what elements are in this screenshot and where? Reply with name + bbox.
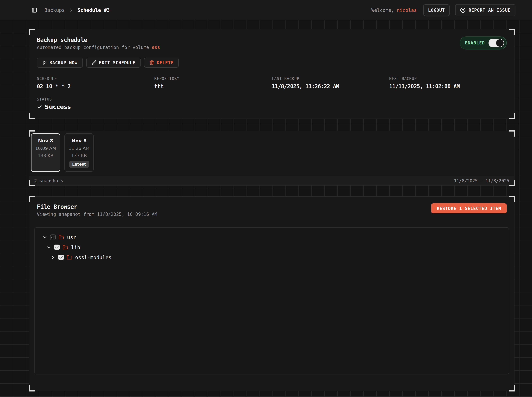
file-browser-title: File Browser <box>37 203 157 210</box>
field-label: SCHEDULE <box>37 76 154 81</box>
backup-schedule-card: Backup schedule Automated backup configu… <box>29 29 514 119</box>
subtitle-prefix: Automated backup configuration for volum… <box>37 45 152 50</box>
topbar: Backups Schedule #3 Welcome, nicolas LOG… <box>0 0 532 20</box>
corner-bracket <box>509 196 515 202</box>
field-label: LAST BACKUP <box>272 76 389 81</box>
field-next-backup: NEXT BACKUP 11/11/2025, 11:02:00 AM <box>389 76 507 90</box>
latest-badge: Latest <box>69 161 89 168</box>
delete-label: DELETE <box>157 60 174 65</box>
chevron-down-icon[interactable] <box>46 245 51 250</box>
folder-open-icon <box>63 245 68 250</box>
welcome-prefix: Welcome, <box>371 7 394 13</box>
logout-button[interactable]: LOGOUT <box>423 4 450 16</box>
field-value: 02 10 * * 2 <box>37 83 154 90</box>
snapshot-size: 133 KB <box>38 153 53 158</box>
enabled-toggle[interactable]: ENABLED <box>460 37 507 50</box>
tree-row-lib[interactable]: lib <box>39 242 504 252</box>
grid-background: Backup schedule Automated backup configu… <box>0 20 532 397</box>
checkbox-checked[interactable] <box>50 235 56 240</box>
toggle-switch[interactable] <box>488 39 504 47</box>
enabled-label: ENABLED <box>465 41 485 45</box>
welcome-text: Welcome, nicolas <box>371 7 417 13</box>
corner-bracket <box>29 130 35 136</box>
username: nicolas <box>397 7 417 13</box>
corner-bracket <box>29 29 35 35</box>
field-repository: REPOSITORY ttt <box>154 76 272 90</box>
check-icon <box>37 104 42 110</box>
delete-button[interactable]: DELETE <box>144 58 179 68</box>
breadcrumb-current: Schedule #3 <box>77 7 110 13</box>
corner-bracket <box>29 196 35 202</box>
checkbox-checked[interactable] <box>54 245 60 250</box>
snapshot-time: 10:09 AM <box>35 146 56 151</box>
snapshot-date: Nov 8 <box>71 138 87 143</box>
file-tree-panel: usr lib <box>34 227 509 374</box>
corner-bracket <box>509 113 515 119</box>
tree-label: ossl-modules <box>75 254 112 260</box>
field-last-backup: LAST BACKUP 11/8/2025, 11:26:22 AM <box>272 76 389 90</box>
tree-label: usr <box>67 234 76 240</box>
sidebar-panel-icon <box>32 7 37 13</box>
snapshot-list: Nov 8 10:09 AM 133 KB Nov 8 11:26 AM 133… <box>29 131 514 176</box>
field-label: NEXT BACKUP <box>389 76 507 81</box>
field-label: REPOSITORY <box>154 76 272 81</box>
field-value: ttt <box>154 83 272 90</box>
edit-schedule-button[interactable]: EDIT SCHEDULE <box>86 58 140 68</box>
corner-bracket <box>509 130 515 136</box>
field-value: 11/8/2025, 11:26:22 AM <box>272 83 389 90</box>
snapshot-item-latest[interactable]: Nov 8 11:26 AM 133 KB Latest <box>64 133 94 172</box>
chevron-down-icon[interactable] <box>42 235 47 240</box>
tree-row-usr[interactable]: usr <box>39 232 504 242</box>
schedule-card-subtitle: Automated backup configuration for volum… <box>37 45 160 50</box>
sidebar-toggle-button[interactable] <box>32 7 37 13</box>
file-browser-card: File Browser Viewing snapshot from 11/8/… <box>29 196 514 391</box>
corner-bracket <box>29 180 35 186</box>
backup-now-button[interactable]: BACKUP NOW <box>37 58 83 68</box>
snapshot-size: 133 KB <box>71 153 87 158</box>
pencil-icon <box>92 60 96 65</box>
life-buoy-icon <box>460 7 466 13</box>
snapshots-footer: 2 snapshots 11/8/2025 – 11/8/2025 <box>29 176 514 185</box>
tree-row-ossl-modules[interactable]: ossl-modules <box>39 252 504 262</box>
corner-bracket <box>29 385 35 391</box>
play-icon <box>42 60 47 65</box>
corner-bracket <box>509 180 515 186</box>
status-block: STATUS Success <box>37 97 507 110</box>
snapshot-count: 2 snapshots <box>34 178 63 183</box>
snapshot-item-selected[interactable]: Nov 8 10:09 AM 133 KB <box>31 133 60 172</box>
chevron-right-icon[interactable] <box>51 255 55 260</box>
restore-selected-button[interactable]: RESTORE 1 SELECTED ITEM <box>431 203 507 213</box>
tree-label: lib <box>71 244 80 250</box>
snapshots-card: Nov 8 10:09 AM 133 KB Nov 8 11:26 AM 133… <box>29 131 514 186</box>
breadcrumb: Backups Schedule #3 <box>44 7 110 13</box>
folder-open-icon <box>59 235 64 240</box>
report-issue-label: REPORT AN ISSUE <box>469 8 511 13</box>
logout-label: LOGOUT <box>428 8 445 13</box>
breadcrumb-link-backups[interactable]: Backups <box>44 7 65 13</box>
field-value: 11/11/2025, 11:02:00 AM <box>389 83 507 90</box>
folder-icon <box>67 254 72 260</box>
corner-bracket <box>509 29 515 35</box>
backup-now-label: BACKUP NOW <box>50 60 78 65</box>
snapshot-time: 11:26 AM <box>69 146 89 151</box>
field-schedule: SCHEDULE 02 10 * * 2 <box>37 76 154 90</box>
file-browser-subtitle: Viewing snapshot from 11/8/2025, 10:09:1… <box>37 212 157 217</box>
report-issue-button[interactable]: REPORT AN ISSUE <box>455 4 515 16</box>
schedule-card-title: Backup schedule <box>37 37 160 43</box>
edit-schedule-label: EDIT SCHEDULE <box>99 60 135 65</box>
corner-bracket <box>29 113 35 119</box>
trash-icon <box>149 60 154 65</box>
volume-name: sss <box>152 45 160 50</box>
schedule-fields: SCHEDULE 02 10 * * 2 REPOSITORY ttt LAST… <box>37 76 507 90</box>
checkbox-checked[interactable] <box>58 254 64 260</box>
toggle-knob <box>496 39 504 47</box>
snapshot-date-range: 11/8/2025 – 11/8/2025 <box>454 178 509 183</box>
status-value: Success <box>45 104 71 110</box>
status-label: STATUS <box>37 97 507 101</box>
breadcrumb-chevron-icon <box>69 8 73 12</box>
corner-bracket <box>509 385 515 391</box>
snapshot-date: Nov 8 <box>38 138 53 143</box>
